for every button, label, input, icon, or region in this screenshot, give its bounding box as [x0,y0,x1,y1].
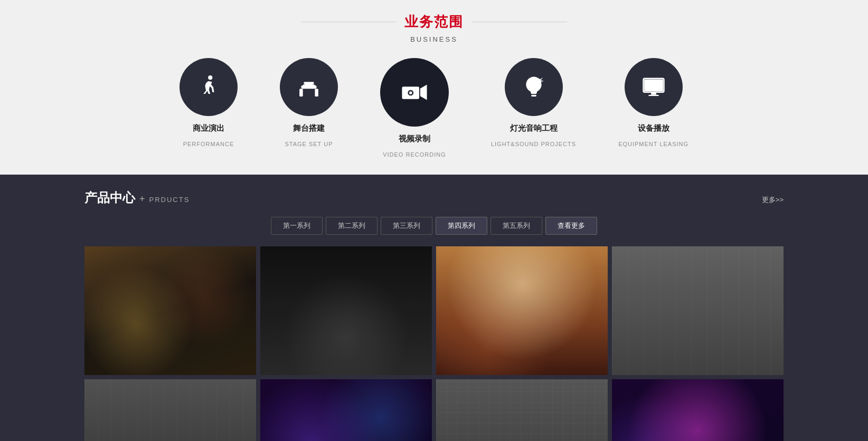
tab-fifth-series[interactable]: 第五系列 [490,217,542,235]
product-image-8[interactable] [612,379,784,441]
products-title-en: PRDUCTS [149,196,190,204]
light-label-en: LIGHT&SOUND PROJECTS [491,141,576,147]
business-icon-video[interactable]: 视频录制 VIDEO RECORDING [380,58,449,158]
svg-rect-11 [531,95,536,97]
tab-view-more[interactable]: 查看更多 [545,217,597,235]
business-icons-row: 商业演出 PERFORMANCE 舞台搭建 STAGE SET UP [0,58,868,158]
product-image-1[interactable] [84,246,256,375]
business-icon-light[interactable]: 灯光音响工程 LIGHT&SOUND PROJECTS [491,58,576,158]
products-title-plus: + [139,194,145,205]
products-title: 产品中心 + PRDUCTS [84,189,190,206]
section-title-en: BUSINESS [0,35,868,43]
camera-icon [399,77,430,108]
svg-rect-3 [299,89,303,97]
products-more-link[interactable]: 更多>> [762,195,784,205]
equipment-circle [625,58,683,116]
business-section: 业务范围 BUSINESS 商业演出 PERFORMANCE [0,0,868,175]
title-line-left [301,22,396,22]
products-section: 产品中心 + PRDUCTS 更多>> 第一系列 第二系列 第三系列 第四系列 … [0,175,868,441]
svg-rect-16 [648,95,659,96]
tab-first-series[interactable]: 第一系列 [271,217,323,235]
products-grid [0,246,868,441]
svg-marker-8 [420,85,427,100]
section-title-zh: 业务范围 [404,13,464,31]
video-circle [380,58,449,127]
svg-rect-15 [651,92,656,95]
tab-fourth-series[interactable]: 第四系列 [436,217,487,235]
stage-label-en: STAGE SET UP [285,141,333,147]
product-image-3[interactable] [436,246,608,375]
screen-icon [640,73,667,101]
business-icon-stage[interactable]: 舞台搭建 STAGE SET UP [280,58,338,158]
stage-icon [295,73,323,101]
light-label-zh: 灯光音响工程 [510,123,558,133]
product-image-2[interactable] [260,246,432,375]
tab-second-series[interactable]: 第二系列 [326,217,378,235]
svg-point-10 [409,91,412,94]
video-label-zh: 视频录制 [399,134,430,144]
product-image-6[interactable] [260,379,432,441]
tab-third-series[interactable]: 第三系列 [381,217,432,235]
products-tabs: 第一系列 第二系列 第三系列 第四系列 第五系列 查看更多 [0,217,868,235]
products-title-zh: 产品中心 [84,189,135,206]
business-icon-equipment[interactable]: 设备播放 EQUIPMENT LEASING [618,58,688,158]
title-line-right [472,22,567,22]
product-image-5[interactable] [84,379,256,441]
equipment-label-en: EQUIPMENT LEASING [618,141,688,147]
svg-point-0 [208,75,212,80]
product-image-4[interactable] [612,246,784,375]
stage-circle [280,58,338,116]
product-image-7[interactable] [436,379,608,441]
light-circle [505,58,563,116]
equipment-label-zh: 设备播放 [638,123,669,133]
products-header: 产品中心 + PRDUCTS 更多>> [0,189,868,206]
performance-circle [180,58,238,116]
stage-label-zh: 舞台搭建 [293,123,325,133]
light-icon [520,73,548,101]
business-icon-performance[interactable]: 商业演出 PERFORMANCE [180,58,238,158]
performance-label-en: PERFORMANCE [183,141,234,147]
video-label-en: VIDEO RECORDING [383,151,446,158]
svg-rect-4 [315,89,318,97]
dancer-icon [195,73,222,101]
section-title-wrap: 业务范围 [0,13,868,31]
svg-point-6 [308,83,309,84]
performance-label-zh: 商业演出 [193,123,224,133]
